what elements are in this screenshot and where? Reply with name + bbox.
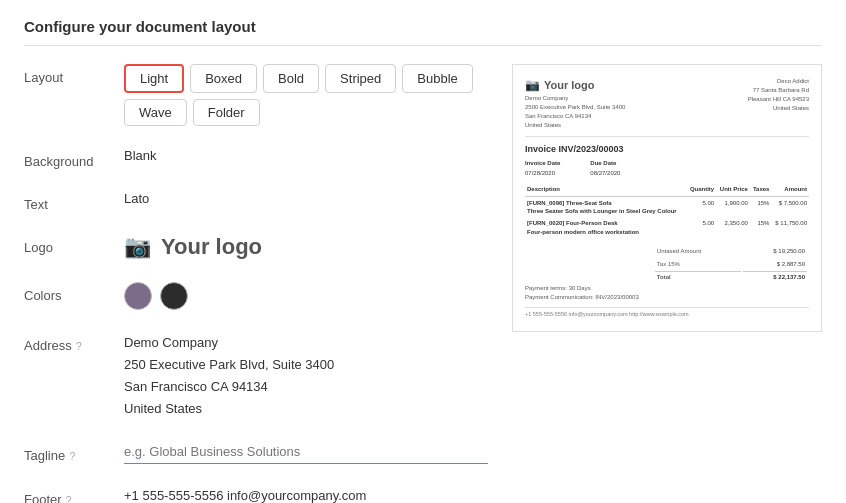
layout-buttons: Light Boxed Bold Striped Bubble Wave Fol… (124, 64, 488, 126)
tagline-content (124, 442, 488, 464)
inv-invoice-date-block: Invoice Date 07/28/2020 (525, 159, 560, 177)
inv-row1-qty: 5.00 (686, 196, 716, 217)
inv-payment-communication: Payment Communication: INV/2023/00003 (525, 293, 809, 301)
background-value: Blank (124, 148, 488, 163)
footer-text: +1 555-555-5556 info@yourcompany.com htt… (124, 486, 488, 503)
inv-th-price: Unit Price (716, 183, 750, 196)
inv-total-value-2: $ 2,887.50 (743, 259, 807, 269)
inv-bill-to: Deco Addict 77 Santa Barbara Rd Pleasant… (748, 77, 809, 113)
logo-label: Logo (24, 234, 114, 255)
inv-company-city: San Francisco CA 94134 (525, 112, 625, 121)
background-label: Background (24, 148, 114, 169)
inv-payment-terms-text: Payment terms: 30 Days (525, 284, 809, 292)
inv-table: Description Quantity Unit Price Taxes Am… (525, 183, 809, 238)
inv-company-info: Demo Company 2500 Executive Park Blvd, S… (525, 94, 625, 130)
address-label: Address ? (24, 332, 114, 353)
inv-row2-desc: [FURN_0020] Four-Person Desk Four-person… (525, 217, 686, 238)
right-panel: 📷 Your logo Demo Company 2500 Executive … (512, 64, 822, 503)
inv-divider-1 (525, 136, 809, 137)
layout-btn-striped[interactable]: Striped (325, 64, 396, 93)
layout-btn-light[interactable]: Light (124, 64, 184, 93)
color-swatch-2[interactable] (160, 282, 188, 310)
colors-row: Colors (24, 282, 488, 310)
address-block: Demo Company 250 Executive Park Blvd, Su… (124, 332, 488, 420)
inv-header: 📷 Your logo Demo Company 2500 Executive … (525, 77, 809, 130)
text-label: Text (24, 191, 114, 212)
camera-icon: 📷 (124, 234, 151, 260)
inv-camera-icon: 📷 (525, 77, 540, 94)
colors-content (124, 282, 488, 310)
logo-content: 📷 Your logo (124, 234, 488, 260)
layout-btn-bold[interactable]: Bold (263, 64, 319, 93)
address-line-1: Demo Company (124, 332, 488, 354)
text-value: Lato (124, 191, 488, 206)
inv-logo-area: 📷 Your logo (525, 77, 625, 94)
footer-label: Footer ? (24, 486, 114, 503)
tagline-row: Tagline ? (24, 442, 488, 464)
inv-footer: +1 555-555-5556 info@yourcompany.com htt… (525, 307, 809, 319)
inv-total-row-1: Untaxed Amount $ 19,250.00 (655, 246, 807, 256)
tagline-help-icon[interactable]: ? (69, 450, 75, 462)
inv-th-qty: Quantity (686, 183, 716, 196)
inv-row1-amount: $ 7,500.00 (771, 196, 809, 217)
inv-row1-price: 1,900.00 (716, 196, 750, 217)
inv-th-desc: Description (525, 183, 686, 196)
inv-bto-address: 77 Santa Barbara Rd (748, 86, 809, 95)
inv-due-date-label: Due Date (590, 159, 620, 167)
inv-row1-taxes: 15% (750, 196, 772, 217)
inv-dates: Invoice Date 07/28/2020 Due Date 08/27/2… (525, 159, 809, 177)
inv-due-date-block: Due Date 08/27/2020 (590, 159, 620, 177)
layout-btn-folder[interactable]: Folder (193, 99, 260, 126)
inv-company-name: Demo Company (525, 94, 625, 103)
logo-row: Logo 📷 Your logo (24, 234, 488, 260)
inv-invoice-number: Invoice INV/2023/00003 (525, 143, 809, 156)
inv-logo-text: Your logo (544, 78, 595, 93)
layout-row: Layout Light Boxed Bold Striped Bubble W… (24, 64, 488, 126)
layout-btn-boxed[interactable]: Boxed (190, 64, 257, 93)
background-row: Background Blank (24, 148, 488, 169)
tagline-input[interactable] (124, 442, 488, 464)
inv-total-label-3: Total (655, 271, 741, 282)
inv-total-row-3: Total $ 22,137.50 (655, 271, 807, 282)
inv-row2-qty: 5.00 (686, 217, 716, 238)
layout-btn-wave[interactable]: Wave (124, 99, 187, 126)
address-content: Demo Company 250 Executive Park Blvd, Su… (124, 332, 488, 420)
inv-total-label-2: Tax 15% (655, 259, 741, 269)
footer-help-icon[interactable]: ? (66, 494, 72, 503)
inv-payment-terms: Payment terms: 30 Days Payment Communica… (525, 284, 809, 301)
inv-bto-country: United States (748, 104, 809, 113)
layout-btn-bubble[interactable]: Bubble (402, 64, 472, 93)
inv-due-date-value: 08/27/2020 (590, 169, 620, 177)
inv-table-header-row: Description Quantity Unit Price Taxes Am… (525, 183, 809, 196)
address-line-4: United States (124, 398, 488, 420)
inv-row1-desc: [FURN_0096] Three-Seat Sofa Three Seater… (525, 196, 686, 217)
color-swatch-1[interactable] (124, 282, 152, 310)
inv-bto-city: Pleasant Hill CA 94523 (748, 95, 809, 104)
inv-row2-price: 2,350.00 (716, 217, 750, 238)
page-container: Configure your document layout Layout Li… (0, 0, 846, 503)
logo-area[interactable]: 📷 Your logo (124, 234, 488, 260)
inv-company-country: United States (525, 121, 625, 130)
main-layout: Layout Light Boxed Bold Striped Bubble W… (24, 64, 822, 503)
logo-text: Your logo (161, 234, 262, 260)
address-row: Address ? Demo Company 250 Executive Par… (24, 332, 488, 420)
inv-bto-name: Deco Addict (748, 77, 809, 86)
tagline-label: Tagline ? (24, 442, 114, 463)
inv-invoice-date-value: 07/28/2020 (525, 169, 560, 177)
inv-totals-table: Untaxed Amount $ 19,250.00 Tax 15% $ 2,8… (653, 244, 809, 284)
address-line-3: San Francisco CA 94134 (124, 376, 488, 398)
colors-label: Colors (24, 282, 114, 303)
inv-total-row-2: Tax 15% $ 2,887.50 (655, 259, 807, 269)
inv-total-label-1: Untaxed Amount (655, 246, 741, 256)
inv-total-value-3: $ 22,137.50 (743, 271, 807, 282)
inv-table-row-2: [FURN_0020] Four-Person Desk Four-person… (525, 217, 809, 238)
inv-table-row-1: [FURN_0096] Three-Seat Sofa Three Seater… (525, 196, 809, 217)
footer-line-1: +1 555-555-5556 info@yourcompany.com (124, 486, 488, 503)
footer-content: +1 555-555-5556 info@yourcompany.com htt… (124, 486, 488, 503)
color-swatches (124, 282, 488, 310)
layout-buttons-container: Light Boxed Bold Striped Bubble Wave Fol… (124, 64, 488, 126)
layout-label: Layout (24, 64, 114, 85)
address-help-icon[interactable]: ? (76, 340, 82, 352)
inv-th-taxes: Taxes (750, 183, 772, 196)
inv-invoice-date-label: Invoice Date (525, 159, 560, 167)
